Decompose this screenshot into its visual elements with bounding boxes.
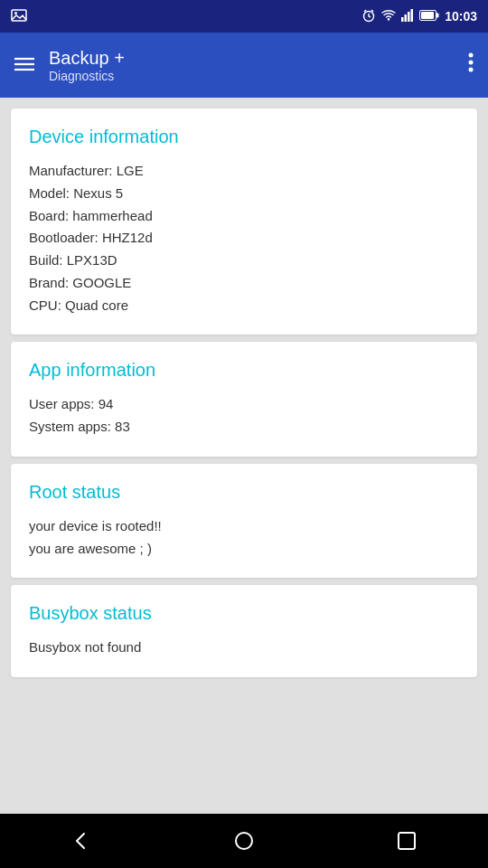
app-bar: Backup + Diagnostics [0, 33, 488, 98]
list-item: CPU: Quad core [29, 295, 459, 317]
app-information-title: App information [29, 360, 459, 381]
svg-rect-0 [12, 10, 26, 21]
app-title: Backup + [49, 48, 468, 69]
nav-bar [0, 814, 488, 868]
alarm-icon [361, 8, 376, 25]
battery-icon [419, 9, 439, 24]
wifi-icon [381, 9, 396, 24]
home-button[interactable] [217, 823, 271, 859]
more-options-button[interactable] [468, 52, 474, 78]
list-item: Board: hammerhead [29, 205, 459, 228]
root-status-content: your device is rooted!! you are awesome … [29, 515, 459, 561]
svg-rect-14 [421, 12, 434, 19]
device-information-card: Device information Manufacturer: LGE Mod… [11, 108, 477, 335]
app-bar-titles: Backup + Diagnostics [49, 48, 468, 83]
app-information-card: App information User apps: 94 System app… [11, 342, 477, 457]
svg-rect-22 [399, 833, 415, 849]
recents-button[interactable] [380, 823, 434, 859]
list-item: Model: Nexus 5 [29, 183, 459, 205]
back-button[interactable] [54, 823, 108, 859]
app-information-content: User apps: 94 System apps: 83 [29, 393, 459, 439]
svg-point-1 [14, 12, 17, 14]
svg-rect-8 [401, 17, 404, 22]
svg-point-20 [469, 68, 474, 72]
root-status-card: Root status your device is rooted!! you … [11, 464, 477, 579]
svg-point-7 [388, 18, 389, 20]
busybox-status-card: Busybox status Busybox not found [11, 585, 477, 677]
svg-point-19 [469, 61, 474, 65]
list-item: your device is rooted!! [29, 515, 459, 538]
list-item: Manufacturer: LGE [29, 160, 459, 183]
status-bar: 10:03 [0, 0, 488, 33]
main-content: Device information Manufacturer: LGE Mod… [0, 98, 488, 814]
root-status-title: Root status [29, 482, 459, 503]
svg-rect-13 [436, 14, 439, 18]
svg-rect-10 [408, 12, 410, 22]
svg-line-5 [364, 10, 366, 12]
svg-point-21 [236, 833, 252, 849]
svg-point-18 [469, 53, 474, 58]
svg-line-6 [371, 10, 373, 12]
list-item: Brand: GOOGLE [29, 272, 459, 295]
svg-rect-11 [411, 9, 414, 22]
device-information-content: Manufacturer: LGE Model: Nexus 5 Board: … [29, 160, 459, 316]
image-icon [11, 9, 27, 24]
menu-button[interactable] [14, 55, 34, 75]
status-bar-left [11, 9, 27, 24]
list-item: Bootloader: HHZ12d [29, 227, 459, 250]
svg-rect-9 [405, 14, 408, 22]
list-item: you are awesome ; ) [29, 538, 459, 561]
app-subtitle: Diagnostics [49, 69, 468, 83]
list-item: Busybox not found [29, 637, 459, 659]
list-item: Build: LPX13D [29, 250, 459, 272]
busybox-status-content: Busybox not found [29, 637, 459, 659]
signal-icon [401, 9, 414, 24]
list-item: User apps: 94 [29, 393, 459, 416]
status-bar-right: 10:03 [361, 8, 477, 25]
list-item: System apps: 83 [29, 416, 459, 439]
device-information-title: Device information [29, 127, 459, 147]
status-time: 10:03 [445, 9, 477, 24]
busybox-status-title: Busybox status [29, 603, 459, 624]
